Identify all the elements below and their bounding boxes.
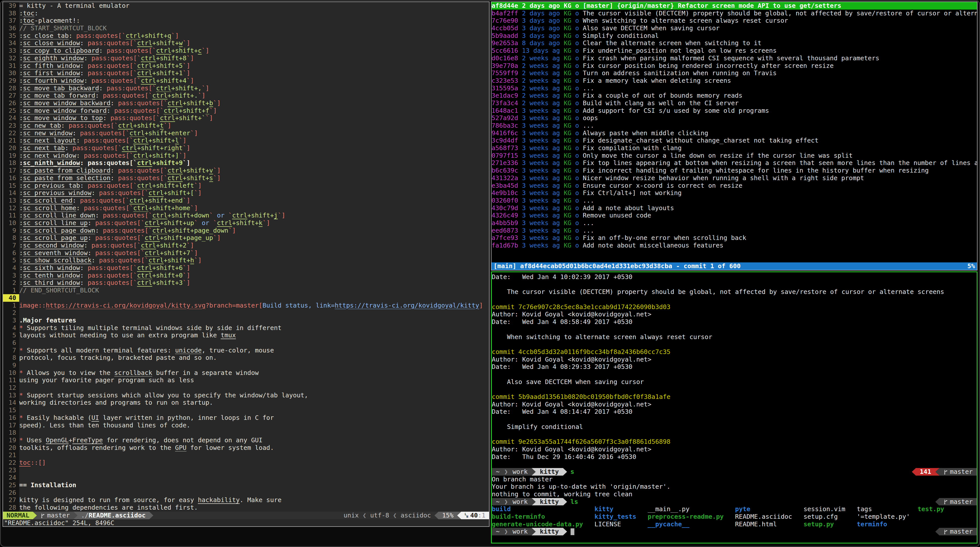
- vim-line[interactable]: 13:sc_scroll_end: pass:quotes[`ctrl+shif…: [3, 197, 489, 205]
- vim-line[interactable]: 21:sc_next_layout: pass:quotes[`ctrl+shi…: [3, 137, 489, 144]
- tig-commit-row[interactable]: 527a92d 3 weeks ag KG o oops: [492, 114, 977, 122]
- vim-line[interactable]: 35:sc_close_tab: pass:quotes[`ctrl+shift…: [3, 32, 489, 40]
- vim-line[interactable]: 14:sc_previous_window: pass:quotes[`ctrl…: [3, 189, 489, 197]
- vim-line[interactable]: 1image::https://travis-ci.org/kovidgoyal…: [3, 302, 489, 309]
- vim-line[interactable]: 3.Major features: [3, 317, 489, 324]
- vim-line[interactable]: 15: [3, 406, 489, 414]
- vim-line[interactable]: 1// END_SHORTCUT_BLOCK: [3, 287, 489, 294]
- tig-commit-row[interactable]: 3c9d4df 3 weeks ag KG o Fix designate_ch…: [492, 137, 977, 144]
- tig-commit-row[interactable]: 39e770a 2 weeks ag KG o Fix cursor posit…: [492, 62, 977, 70]
- tig-window[interactable]: af8d44e 2 days ago KG o [master] {origin…: [491, 2, 977, 271]
- tig-commit-row[interactable]: a7fce93 3 weeks ag KG o Fix an off-by-on…: [492, 234, 977, 242]
- tig-commit-row[interactable]: 7559ff9 2 weeks ag KG o Turn on address …: [492, 70, 977, 77]
- vim-line[interactable]: 10* Allows you to view the scrollback bu…: [3, 369, 489, 377]
- terminal-cursor[interactable]: [571, 528, 574, 535]
- vim-line[interactable]: 29:sc_fourth_window: pass:quotes[`ctrl+s…: [3, 77, 489, 84]
- vim-line[interactable]: 4* Supports tiling multiple terminal win…: [3, 324, 489, 332]
- tig-commit-row[interactable]: 315595a 2 weeks ag KG o ...: [492, 84, 977, 92]
- vim-line[interactable]: 24: [3, 474, 489, 481]
- shell-prompt-line[interactable]: ~❯workkittymaster: [492, 528, 977, 535]
- vim-line[interactable]: 26: [3, 489, 489, 496]
- vim-line[interactable]: 33:sc_copy_to_clipboard: pass:quotes[`ct…: [3, 47, 489, 54]
- tig-commit-row[interactable]: 3e1dac9 2 weeks ag KG o Fix a couple of …: [492, 92, 977, 100]
- vim-line[interactable]: 5layouts without needing to use an extra…: [3, 331, 489, 339]
- vim-line[interactable]: 14working directories and programs to ru…: [3, 399, 489, 406]
- vim-line[interactable]: 38:toc:: [3, 10, 489, 17]
- vim-line[interactable]: 28:sc_move_tab_backward: pass:quotes[`ct…: [3, 84, 489, 92]
- vim-line[interactable]: 20:sc_next_tab: pass:quotes[`ctrl+shift+…: [3, 144, 489, 152]
- tig-commit-row[interactable]: 4ccb05d 3 days ago KG o Also save DECTCE…: [492, 24, 977, 32]
- vim-line[interactable]: 9:sc_scroll_page_down: pass:quotes[`ctrl…: [3, 227, 489, 235]
- shell-prompt-line[interactable]: ~❯workkittylsmaster: [492, 498, 977, 506]
- vim-line[interactable]: 16:sc_paste_from_selection: pass:quotes[…: [3, 174, 489, 182]
- tig-commit-row[interactable]: eed6873 3 weeks ag KG o ...: [492, 227, 977, 235]
- vim-line[interactable]: 22:sc_new_window: pass:quotes[`ctrl+shif…: [3, 130, 489, 137]
- vim-line[interactable]: 15:sc_previous_tab: pass:quotes[`ctrl+sh…: [3, 182, 489, 189]
- tig-commit-row[interactable]: 1648ac1 3 weeks ag KG o Add support for …: [492, 107, 977, 114]
- vim-line[interactable]: 23:sc_new_tab: pass:quotes[`ctrl+shift+t…: [3, 122, 489, 130]
- tig-commit-row[interactable]: 5b9aadd 3 days ago KG o Simplify conditi…: [492, 32, 977, 40]
- vim-line[interactable]: 17speed). Less than ten thousand lines o…: [3, 422, 489, 429]
- tig-commit-row[interactable]: b6c639c 3 weeks ag KG o Fix incorrect ha…: [492, 167, 977, 174]
- tig-commit-row[interactable]: 271e336 3 weeks ag KG o Fix top lines ap…: [492, 159, 977, 167]
- tig-commit-row[interactable]: c323e53 2 weeks ag KG o Fix a memory lea…: [492, 77, 977, 84]
- tig-commit-row[interactable]: 786ba3c 3 weeks ag KG o ...: [492, 122, 977, 130]
- vim-line[interactable]: 19* Uses OpenGL+FreeType for rendering, …: [3, 436, 489, 444]
- vim-line[interactable]: 7* Supports all modern terminal features…: [3, 347, 489, 354]
- tig-commit-row[interactable]: 9e2653a 8 days ago KG o Clear the altern…: [492, 40, 977, 47]
- vim-line[interactable]: 18:sc_ninth_window: pass:quotes[`ctrl+sh…: [3, 159, 489, 167]
- vim-line[interactable]: 11using your favorite pager program such…: [3, 376, 489, 384]
- tig-commit-row[interactable]: 7c76e90 3 days ago KG o When switching t…: [492, 17, 977, 24]
- vim-line[interactable]: 21: [3, 451, 489, 459]
- tig-commit-row[interactable]: a568f73 3 weeks ag KG o Fix compilation …: [492, 144, 977, 152]
- tig-commit-row[interactable]: 4326c49 3 weeks ag KG o Remove unused co…: [492, 212, 977, 219]
- vim-line[interactable]: 11:sc_scroll_line_down: pass:quotes[`ctr…: [3, 212, 489, 219]
- vim-line[interactable]: 8:sc_scroll_page_up: pass:quotes[`ctrl+s…: [3, 234, 489, 242]
- vim-line[interactable]: 10:sc_scroll_line_up: pass:quotes[`ctrl+…: [3, 219, 489, 227]
- vim-line[interactable]: 18: [3, 429, 489, 436]
- vim-line[interactable]: 13* Support startup sessions which allow…: [3, 392, 489, 399]
- shell-scrollback[interactable]: Date: Wed Jan 4 10:02:39 2017 +0530 The …: [492, 272, 977, 543]
- vim-line[interactable]: 8protocol, focus tracking, bracketed pas…: [3, 354, 489, 361]
- vim-line[interactable]: 36// START_SHORTCUT_BLOCK: [3, 24, 489, 32]
- vim-line[interactable]: 27:sc_move_tab_forward: pass:quotes[`ctr…: [3, 92, 489, 100]
- tig-commit-row[interactable]: fa1d67b 3 weeks ag KG o Add note about m…: [492, 242, 977, 249]
- vim-line[interactable]: 7:sc_second_window: pass:quotes[`ctrl+sh…: [3, 242, 489, 249]
- tig-commit-row[interactable]: 9416f6c 3 weeks ag KG o Always paste whe…: [492, 130, 977, 137]
- vim-line[interactable]: 12: [3, 384, 489, 392]
- vim-line[interactable]: 25== Installation: [3, 481, 489, 489]
- tig-commit-row[interactable]: 4e9b10c 3 weeks ag KG o Fix Ctrl/alt+] n…: [492, 189, 977, 197]
- vim-buffer[interactable]: 39= kitty - A terminal emulator38:toc:37…: [3, 2, 489, 512]
- tig-commit-row[interactable]: 0797f15 3 weeks ag KG o Only move the cu…: [492, 152, 977, 159]
- tig-commit-row[interactable]: a4bb5b9 3 weeks ag KG o ...: [492, 219, 977, 227]
- tig-selected-commit-row[interactable]: af8d44e 2 days ago KG o [master] {origin…: [492, 2, 977, 10]
- vim-line[interactable]: 2: [3, 309, 489, 317]
- vim-line[interactable]: 20toolkits, offloads rendering work to t…: [3, 444, 489, 452]
- vim-line[interactable]: 24:sc_move_window_to_top: pass:quotes[`c…: [3, 114, 489, 122]
- vim-line[interactable]: 12:sc_scroll_home: pass:quotes[`ctrl+shi…: [3, 205, 489, 212]
- vim-line[interactable]: 32:sc_eighth_window: pass:quotes[`ctrl+s…: [3, 54, 489, 62]
- vim-line[interactable]: 6: [3, 339, 489, 347]
- vim-line[interactable]: 40: [3, 294, 489, 302]
- tig-commit-row[interactable]: e3ba45d 3 weeks ag KG o Ensure cursor x-…: [492, 182, 977, 189]
- vim-line[interactable]: 9: [3, 361, 489, 369]
- tig-commit-row[interactable]: 5cc6616 13 days ag KG o Fix underline_po…: [492, 47, 977, 54]
- tig-commit-list[interactable]: af8d44e 2 days ago KG o [master] {origin…: [492, 2, 977, 249]
- vim-line[interactable]: 22toc::[]: [3, 459, 489, 466]
- vim-line[interactable]: 19:sc_next_window: pass:quotes[`ctrl+shi…: [3, 152, 489, 159]
- tig-commit-row[interactable]: 73fa3c4 2 weeks ag KG o Build with clang…: [492, 100, 977, 107]
- vim-line[interactable]: 34:sc_close_window: pass:quotes[`ctrl+sh…: [3, 40, 489, 47]
- vim-line[interactable]: 4:sc_sixth_window: pass:quotes[`ctrl+shi…: [3, 264, 489, 272]
- vim-line[interactable]: 31:sc_fifth_window: pass:quotes[`ctrl+sh…: [3, 62, 489, 70]
- vim-line[interactable]: 28the following dependencies are install…: [3, 504, 489, 511]
- vim-line[interactable]: 37:toc-placement!:: [3, 17, 489, 24]
- vim-line[interactable]: 3:sc_tenth_window: pass:quotes[`ctrl+shi…: [3, 272, 489, 279]
- vim-line[interactable]: 2:sc_third_window: pass:quotes[`ctrl+shi…: [3, 279, 489, 287]
- vim-line[interactable]: 26:sc_move_window_backward: pass:quotes[…: [3, 100, 489, 107]
- vim-line[interactable]: 27kitty is designed to run from source, …: [3, 496, 489, 504]
- vim-line[interactable]: 39= kitty - A terminal emulator: [3, 2, 489, 10]
- vim-line[interactable]: 17:sc_paste_from_clipboard: pass:quotes[…: [3, 167, 489, 174]
- tig-commit-row[interactable]: d0c16e8 2 weeks ag KG o Fix crash when p…: [492, 54, 977, 62]
- tig-commit-row[interactable]: b4af2ff 2 days ago KG o The cursor visib…: [492, 10, 977, 17]
- vim-line[interactable]: 5:sc_show_scrollback: pass:quotes[`ctrl+…: [3, 257, 489, 264]
